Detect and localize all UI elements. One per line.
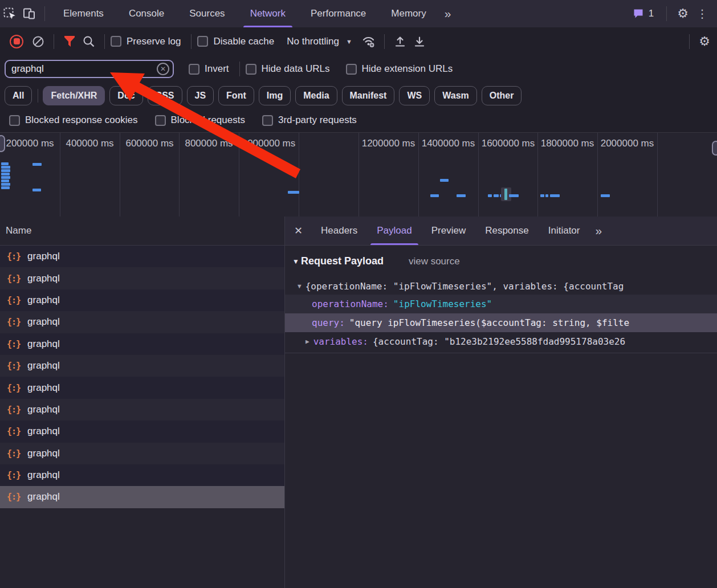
request-row[interactable]: {:}graphql xyxy=(0,267,284,289)
request-row[interactable]: {:}graphql xyxy=(0,311,284,333)
tab-elements[interactable]: Elements xyxy=(55,0,112,27)
payload-root-row[interactable]: ▼ {operationName: "ipFlowTimeseries", va… xyxy=(285,277,717,295)
close-detail-icon[interactable]: ✕ xyxy=(294,224,311,237)
requests-list-panel: Name {:}graphql {:}graphql {:}graphql {:… xyxy=(0,217,285,588)
chip-doc[interactable]: Doc xyxy=(109,86,142,105)
network-conditions-icon[interactable] xyxy=(359,32,378,51)
payload-variables-row[interactable]: ▶ variables: {accountTag: "b12e3b2192ee5… xyxy=(285,332,717,351)
request-row[interactable]: {:}graphql xyxy=(0,443,284,464)
throttling-caret-icon[interactable]: ▼ xyxy=(346,38,352,45)
request-row[interactable]: {:}graphql xyxy=(0,377,284,398)
expand-caret-icon[interactable]: ▼ xyxy=(298,283,302,290)
request-row[interactable]: {:}graphql xyxy=(0,289,284,311)
network-overview-timeline[interactable]: 200000 ms 400000 ms 600000 ms 800000 ms … xyxy=(0,132,717,218)
tab-sources[interactable]: Sources xyxy=(181,0,233,27)
chip-all[interactable]: All xyxy=(5,86,32,105)
request-row-selected[interactable]: {:}graphql xyxy=(0,486,284,508)
view-source-link[interactable]: view source xyxy=(409,256,460,267)
chip-wasm[interactable]: Wasm xyxy=(434,86,477,105)
more-detail-tabs-icon[interactable]: » xyxy=(595,224,602,238)
preserve-log-label: Preserve log xyxy=(127,36,181,47)
chip-img[interactable]: Img xyxy=(259,86,291,105)
filter-input-wrap: ✕ xyxy=(5,60,174,78)
expand-caret-icon[interactable]: ▶ xyxy=(305,338,309,345)
request-name: graphql xyxy=(27,251,60,262)
invert-checkbox[interactable] xyxy=(189,64,199,75)
hide-data-urls-label: Hide data URLs xyxy=(262,63,330,75)
chip-manifest[interactable]: Manifest xyxy=(342,86,395,105)
issues-icon[interactable] xyxy=(633,9,645,19)
detail-tab-payload[interactable]: Payload xyxy=(369,217,419,245)
network-settings-gear-icon[interactable]: ⚙ xyxy=(699,34,710,49)
request-detail-panel: ✕ Headers Payload Preview Response Initi… xyxy=(285,217,717,588)
detail-tab-initiator[interactable]: Initiator xyxy=(541,217,588,245)
request-name: graphql xyxy=(27,338,60,350)
chip-media[interactable]: Media xyxy=(295,86,337,105)
request-row[interactable]: {:}graphql xyxy=(0,246,284,267)
request-name: graphql xyxy=(27,316,60,328)
request-name: graphql xyxy=(27,382,60,394)
settings-gear-icon[interactable]: ⚙ xyxy=(677,6,689,21)
tab-memory[interactable]: Memory xyxy=(383,0,434,27)
divider xyxy=(38,89,38,103)
timeline-tick: 800000 ms xyxy=(179,138,239,149)
blocked-requests-checkbox[interactable] xyxy=(155,115,166,126)
chip-fetch-xhr[interactable]: Fetch/XHR xyxy=(43,86,105,105)
clear-filter-icon[interactable]: ✕ xyxy=(157,63,169,75)
request-row[interactable]: {:}graphql xyxy=(0,464,284,486)
throttling-select[interactable]: No throttling xyxy=(287,36,339,47)
json-key: query: xyxy=(312,317,345,328)
search-icon[interactable] xyxy=(79,32,99,51)
payload-query-row[interactable]: query: "query ipFlowTimeseries($accountT… xyxy=(285,313,717,332)
preserve-log-checkbox[interactable] xyxy=(111,36,121,47)
json-braces-icon: {:} xyxy=(7,295,21,305)
tab-performance[interactable]: Performance xyxy=(303,0,374,27)
chip-ws[interactable]: WS xyxy=(399,86,430,105)
divider xyxy=(239,62,240,76)
timeline-tick: 2000000 ms xyxy=(597,138,657,149)
hide-data-urls-checkbox[interactable] xyxy=(246,64,256,75)
request-row[interactable]: {:}graphql xyxy=(0,420,284,442)
inspect-element-icon[interactable] xyxy=(0,4,19,23)
export-har-icon[interactable] xyxy=(410,32,429,51)
json-value: "ipFlowTimeseries" xyxy=(393,299,492,309)
timeline-tick: 600000 ms xyxy=(120,138,180,149)
network-toolbar: Preserve log Disable cache No throttling… xyxy=(0,27,717,56)
payload-root-preview: {operationName: "ipFlowTimeseries", vari… xyxy=(305,281,624,292)
detail-tab-response[interactable]: Response xyxy=(478,217,536,245)
chip-css[interactable]: CSS xyxy=(148,86,182,105)
tab-console[interactable]: Console xyxy=(121,0,172,27)
detail-tab-headers[interactable]: Headers xyxy=(313,217,365,245)
request-row[interactable]: {:}graphql xyxy=(0,355,284,377)
payload-operation-name-row[interactable]: operationName: "ipFlowTimeseries" xyxy=(285,295,717,313)
overview-right-handle[interactable] xyxy=(712,141,717,156)
divider xyxy=(104,34,105,49)
more-tabs-icon[interactable]: » xyxy=(445,7,451,21)
hide-extension-urls-checkbox[interactable] xyxy=(346,64,357,75)
request-payload-section-header[interactable]: ▼ Request Payload view source xyxy=(285,245,717,277)
request-name: graphql xyxy=(27,273,60,284)
clear-network-log-icon[interactable] xyxy=(28,32,48,51)
json-braces-icon: {:} xyxy=(7,361,21,371)
record-network-log-icon[interactable] xyxy=(10,35,23,48)
request-row[interactable]: {:}graphql xyxy=(0,333,284,355)
third-party-requests-label: 3rd-party requests xyxy=(278,115,357,126)
kebab-menu-icon[interactable]: ⋮ xyxy=(696,7,708,21)
section-caret-icon[interactable]: ▼ xyxy=(292,258,299,266)
filter-input[interactable] xyxy=(6,63,173,75)
detail-tab-preview[interactable]: Preview xyxy=(424,217,473,245)
filter-funnel-icon[interactable] xyxy=(60,32,79,51)
device-toolbar-icon[interactable] xyxy=(19,4,39,23)
chip-js[interactable]: JS xyxy=(187,86,214,105)
blocked-response-cookies-checkbox[interactable] xyxy=(9,115,20,126)
overview-left-handle[interactable] xyxy=(0,135,5,152)
third-party-requests-checkbox[interactable] xyxy=(262,115,273,126)
chip-font[interactable]: Font xyxy=(218,86,254,105)
tab-network[interactable]: Network xyxy=(242,0,294,27)
import-har-icon[interactable] xyxy=(390,32,410,51)
chip-other[interactable]: Other xyxy=(482,86,522,105)
request-row[interactable]: {:}graphql xyxy=(0,399,284,420)
invert-label: Invert xyxy=(205,63,229,75)
name-column-header[interactable]: Name xyxy=(0,217,284,246)
disable-cache-checkbox[interactable] xyxy=(197,36,208,47)
